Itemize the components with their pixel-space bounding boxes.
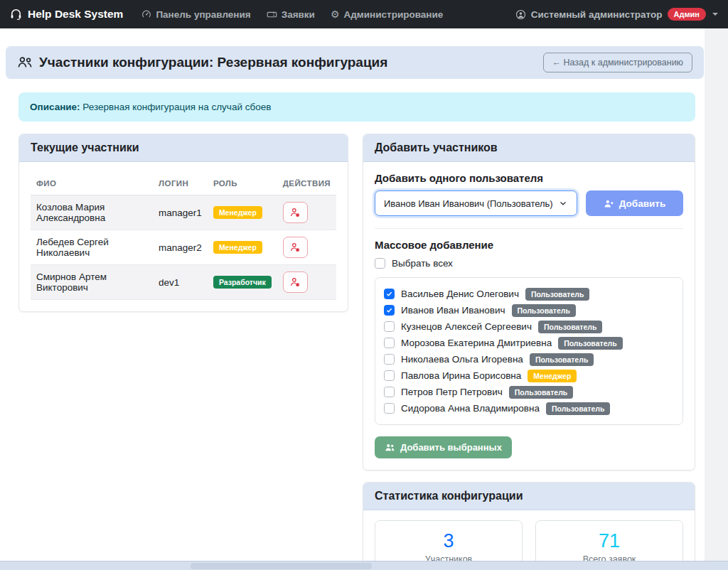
statistics-title: Статистика конфигурации — [363, 483, 695, 510]
person-plus-icon — [604, 198, 614, 209]
column-header: ЛОГИН — [153, 172, 208, 195]
role-badge: Пользователь — [558, 337, 622, 350]
list-item: Николаева Ольга Игоревна Пользователь — [384, 351, 674, 367]
chevron-down-icon — [558, 198, 568, 208]
user-name: Морозова Екатерина Дмитриевна — [401, 338, 552, 348]
add-selected-button[interactable]: Добавить выбранных — [375, 436, 512, 458]
brand-label: Help Desk System — [28, 8, 123, 21]
user-checkbox[interactable] — [384, 321, 395, 332]
role-badge: Пользователь — [538, 321, 602, 333]
horizontal-scrollbar — [0, 561, 728, 570]
user-name: Сидорова Анна Владимировна — [401, 403, 540, 414]
page-title: Участники конфигурации: Резервная конфиг… — [17, 55, 387, 70]
user-menu[interactable]: Системный администратор Админ — [515, 8, 718, 21]
nav-links: Панель управления Заявки ⚙ Администриров… — [141, 9, 443, 20]
description-label: Описание: — [30, 102, 80, 112]
role-badge: Менеджер — [213, 241, 262, 254]
table-row: Смирнов Артем Викторович dev1 Разработчи… — [31, 265, 336, 300]
person-dash-icon — [289, 207, 301, 218]
mass-add-label: Массовое добавление — [375, 239, 683, 251]
user-checkbox[interactable] — [384, 354, 395, 365]
role-badge: Пользователь — [509, 386, 573, 399]
list-item: Иванов Иван Иванович Пользователь — [384, 302, 674, 318]
ticket-icon — [267, 9, 277, 20]
list-item: Морозова Екатерина Дмитриевна Пользовате… — [384, 335, 674, 351]
user-checkbox[interactable] — [384, 387, 395, 397]
user-name: Кузнецов Алексей Сергеевич — [401, 321, 532, 332]
user-select[interactable]: Иванов Иван Иванович (Пользователь) — [375, 190, 577, 216]
admin-badge: Админ — [668, 8, 706, 21]
column-header: РОЛЬ — [208, 172, 277, 195]
nav-item-administration[interactable]: ⚙ Администрирование — [331, 9, 443, 20]
user-name: Павлова Ирина Борисовна — [401, 370, 521, 381]
user-name: Иванов Иван Иванович — [401, 305, 505, 316]
role-badge: Менеджер — [213, 206, 262, 219]
role-badge: Пользователь — [512, 304, 576, 317]
add-members-title: Добавить участников — [363, 134, 695, 162]
user-listbox: Васильев Денис Олегович Пользователь Ива… — [375, 277, 683, 425]
list-item: Петров Петр Петрович Пользователь — [384, 384, 674, 400]
user-name: Васильев Денис Олегович — [401, 289, 519, 299]
person-dash-icon — [289, 242, 301, 253]
list-item: Павлова Ирина Борисовна Менеджер — [384, 367, 674, 384]
brand[interactable]: Help Desk System — [10, 8, 123, 21]
user-name: Петров Петр Петрович — [401, 387, 503, 397]
stat-value: 3 — [381, 530, 516, 552]
user-checkbox[interactable] — [384, 403, 395, 414]
nav-item-dashboard[interactable]: Панель управления — [141, 9, 250, 20]
member-login: manager2 — [153, 230, 208, 265]
people-icon — [17, 55, 33, 70]
nav-item-label: Панель управления — [156, 9, 250, 20]
add-members-card: Добавить участников Добавить одного поль… — [363, 134, 695, 470]
divider — [375, 228, 683, 229]
user-checkbox[interactable] — [384, 370, 395, 381]
member-login: dev1 — [153, 265, 208, 300]
role-badge: Пользователь — [546, 402, 610, 415]
single-user-label: Добавить одного пользователя — [375, 172, 683, 184]
user-checkbox[interactable] — [384, 338, 395, 348]
column-header: ДЕЙСТВИЯ — [277, 172, 336, 195]
back-button[interactable]: ← Назад к администрированию — [543, 53, 692, 72]
scrollbar-thumb[interactable] — [191, 563, 372, 569]
remove-member-button[interactable] — [283, 271, 308, 293]
member-name: Лебедев Сергей Николаевич — [31, 230, 153, 265]
user-name: Николаева Ольга Игоревна — [401, 354, 523, 365]
add-user-label: Добавить — [619, 198, 665, 209]
role-badge: Пользователь — [530, 353, 594, 366]
select-all-checkbox[interactable] — [375, 258, 385, 269]
nav-item-label: Заявки — [282, 9, 315, 20]
nav-item-label: Администрирование — [343, 9, 443, 20]
user-checkbox[interactable] — [384, 289, 395, 299]
list-item: Васильев Денис Олегович Пользователь — [384, 286, 674, 302]
member-name: Смирнов Артем Викторович — [31, 265, 153, 300]
remove-member-button[interactable] — [283, 202, 308, 223]
role-badge: Менеджер — [528, 370, 577, 382]
current-members-title: Текущие участники — [19, 134, 348, 162]
list-item: Кузнецов Алексей Сергеевич Пользователь — [384, 318, 674, 335]
member-login: manager1 — [153, 195, 208, 230]
role-badge: Разработчик — [213, 276, 272, 289]
speedometer-icon — [141, 9, 151, 19]
user-name: Системный администратор — [531, 9, 663, 20]
caret-down-icon — [712, 13, 718, 16]
user-select-value: Иванов Иван Иванович (Пользователь) — [384, 198, 558, 209]
description-alert: Описание: Резервная конфигурация на случ… — [18, 92, 695, 122]
page-header: Участники конфигурации: Резервная конфиг… — [6, 46, 704, 79]
stat-value: 71 — [542, 530, 677, 552]
description-text: Резервная конфигурация на случай сбоев — [82, 102, 271, 112]
nav-item-tickets[interactable]: Заявки — [267, 9, 315, 20]
person-dash-icon — [289, 276, 301, 288]
add-user-button[interactable]: Добавить — [586, 190, 683, 216]
people-fill-icon — [385, 442, 395, 453]
member-name: Козлова Мария Александровна — [31, 195, 153, 230]
statistics-card: Статистика конфигурации 3 Участников 71 … — [363, 482, 695, 570]
gear-icon: ⚙ — [331, 9, 340, 19]
headset-icon — [10, 9, 22, 21]
column-header: ФИО — [31, 172, 153, 195]
person-circle-icon — [515, 9, 526, 20]
table-row: Лебедев Сергей Николаевич manager2 Менед… — [31, 230, 336, 265]
user-checkbox[interactable] — [384, 305, 395, 316]
select-all-label: Выбрать всех — [392, 258, 453, 269]
table-row: Козлова Мария Александровна manager1 Мен… — [31, 195, 336, 230]
remove-member-button[interactable] — [283, 237, 308, 258]
